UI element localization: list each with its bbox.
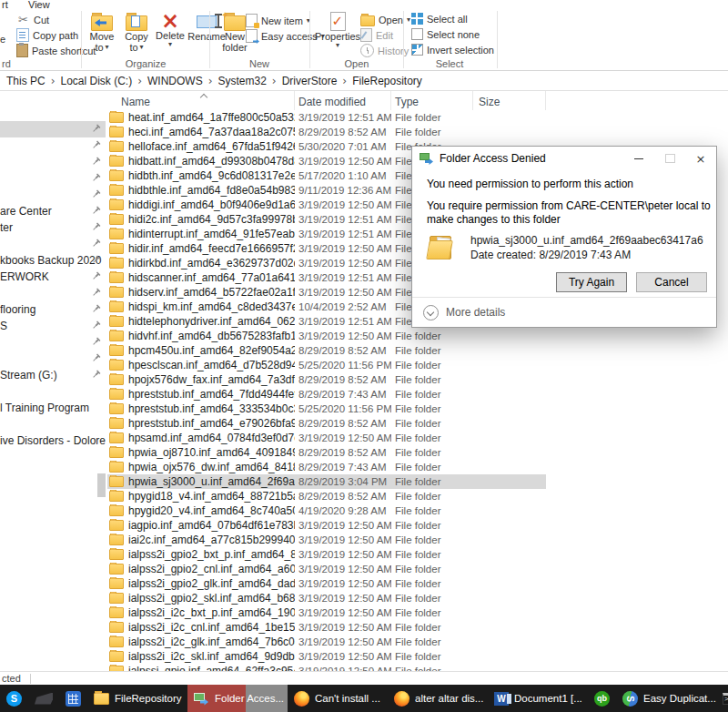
- taskbar-button-quickbooks[interactable]: qb: [588, 685, 616, 712]
- type-cell: File folder: [391, 331, 473, 341]
- cancel-button[interactable]: Cancel: [636, 272, 707, 292]
- sidebar-item[interactable]: [0, 137, 106, 154]
- file-row[interactable]: hpwia_sj3000_u.inf_amd64_2f69aabec634...…: [107, 474, 546, 489]
- file-row[interactable]: hpygid20_v4.inf_amd64_8c740a50eef554d44/…: [107, 503, 546, 518]
- sidebar-item[interactable]: flooring: [0, 301, 106, 318]
- taskbar-button-keyboard-app[interactable]: [59, 685, 87, 712]
- breadcrumb-item[interactable]: Local Disk (C:): [61, 75, 133, 87]
- more-details-expander[interactable]: More details: [412, 297, 716, 327]
- select-none-button[interactable]: Select none: [411, 28, 480, 40]
- date-modified-cell: 8/29/2019 7:43 AM: [295, 389, 391, 400]
- breadcrumb-item[interactable]: WINDOWS: [147, 75, 203, 87]
- invert-selection-button[interactable]: Invert selection: [411, 44, 494, 56]
- file-row[interactable]: hpreststub.inf_amd64_7fdd4944fef9e8d38/2…: [107, 387, 546, 402]
- sidebar-item[interactable]: [0, 187, 106, 203]
- sidebar-item[interactable]: ive Disorders - Dolores Mosq: [0, 432, 106, 449]
- sidebar-item[interactable]: S: [0, 318, 106, 334]
- sidebar-item[interactable]: [0, 416, 106, 432]
- taskbar-button-scanner[interactable]: [28, 685, 59, 712]
- paste-button-fragment[interactable]: e: [0, 34, 5, 45]
- copy-to-button[interactable]: Copy to▾: [120, 12, 153, 53]
- history-button[interactable]: History: [360, 44, 409, 57]
- tab-view[interactable]: View: [28, 0, 50, 10]
- file-name-cell: hidbatt.inf_amd64_d99308b0478d878e: [107, 155, 295, 168]
- file-row[interactable]: hpsamd.inf_amd64_0784fd3ef0d7ec933/19/20…: [107, 431, 546, 445]
- sidebar-item[interactable]: [0, 351, 106, 367]
- taskbar-button-file-op[interactable]: Folder Acces...: [187, 685, 288, 712]
- file-row[interactable]: ialpss2i_i2c_bxt_p.inf_amd64_190858fd8e.…: [107, 605, 546, 620]
- file-row[interactable]: hpygid18_v4.inf_amd64_88721b5aea8cae...8…: [107, 489, 546, 503]
- taskbar-button-firefox[interactable]: alter altar dis...: [388, 685, 488, 712]
- delete-button[interactable]: × Delete ▾: [153, 12, 187, 48]
- sidebar-item[interactable]: [0, 334, 106, 351]
- sidebar-item[interactable]: l Training Program: [0, 400, 106, 416]
- sidebar-item[interactable]: [0, 236, 106, 252]
- sidebar-item[interactable]: [0, 383, 106, 400]
- file-row[interactable]: heci.inf_amd64_7a37daa18a2c07568/29/2019…: [107, 125, 546, 139]
- sidebar-item[interactable]: [0, 285, 106, 301]
- folder-icon: [109, 607, 124, 618]
- edit-label: Edit: [376, 30, 393, 41]
- try-again-button[interactable]: Try Again: [556, 272, 627, 292]
- file-row[interactable]: ialpss2i_gpio2_glk.inf_amd64_dad1e0a2b..…: [107, 576, 546, 591]
- file-row[interactable]: hpesclscan.inf_amd64_d7b528d945fe49d95/2…: [107, 358, 546, 372]
- breadcrumb-item[interactable]: System32: [217, 75, 266, 87]
- new-item-button[interactable]: New item ▾: [246, 14, 310, 27]
- file-row[interactable]: hidvhf.inf_amd64_db5675283fafb1513/19/20…: [107, 329, 546, 343]
- sidebar-scrollbar-thumb[interactable]: [97, 473, 106, 497]
- file-row[interactable]: hpwia_ojx576_dw.inf_amd64_84180deeab...8…: [107, 460, 546, 474]
- paste-shortcut-button[interactable]: Paste shortcut: [16, 44, 96, 57]
- column-header-size[interactable]: Size: [473, 91, 546, 110]
- file-row[interactable]: iagpio.inf_amd64_07b64df61e783bfe3/19/20…: [107, 518, 546, 533]
- column-header-type[interactable]: Type: [391, 91, 473, 110]
- file-row[interactable]: iai2c.inf_amd64_a77c815b2999404d3/19/201…: [107, 533, 546, 547]
- sidebar-item[interactable]: [0, 154, 106, 170]
- taskbar-button-word[interactable]: WDocument1 [...: [488, 685, 588, 712]
- sidebar-item[interactable]: [0, 121, 106, 137]
- select-all-button[interactable]: Select all: [411, 13, 468, 25]
- taskbar-button-folder[interactable]: FileRepository: [87, 685, 187, 712]
- taskbar-button-cmd[interactable]: >_Administrato...: [716, 685, 728, 712]
- folder-access-denied-dialog: Folder Access Denied × You need permissi…: [411, 146, 717, 328]
- edit-button[interactable]: Edit: [360, 28, 393, 42]
- file-row[interactable]: hpreststub.inf_amd64_e79026bfa912bffc8/2…: [107, 416, 546, 431]
- column-header-date[interactable]: Date modified: [295, 91, 391, 110]
- taskbar-button-firefox[interactable]: Can't install ...: [288, 685, 388, 712]
- properties-button[interactable]: ✓ Properties ▾: [317, 12, 359, 49]
- column-header-name[interactable]: Name: [107, 91, 295, 110]
- file-row[interactable]: heat.inf_amd64_1a7ffe800c50a5323/19/2019…: [107, 110, 546, 125]
- minimize-button[interactable]: [623, 147, 654, 170]
- open-label: Open: [379, 15, 403, 25]
- file-row[interactable]: ialpss2i_i2c_glk.inf_amd64_7b6c08738ca8.…: [107, 635, 546, 649]
- file-name-cell: ialpss2i_i2c_cnl.inf_amd64_1be151295e49.…: [107, 621, 295, 634]
- file-row[interactable]: hpojx576dw_fax.inf_amd64_7a3dff7b08fc...…: [107, 372, 546, 387]
- copy-path-button[interactable]: Copy path: [16, 28, 78, 42]
- address-bar[interactable]: This PC›Local Disk (C:)›WINDOWS›System32…: [0, 71, 728, 91]
- file-row[interactable]: hpreststub.inf_amd64_333534b0c33dff875/2…: [107, 402, 546, 416]
- file-row[interactable]: ialpss2i_gpio2_cnl.inf_amd64_a60833fda3.…: [107, 562, 546, 576]
- file-row[interactable]: ialpss2i_i2c_cnl.inf_amd64_1be151295e49.…: [107, 620, 546, 635]
- breadcrumb-item[interactable]: FileRepository: [352, 75, 422, 87]
- sidebar-item[interactable]: ERWORK: [0, 269, 106, 285]
- file-row[interactable]: ialpss2i_gpio2_bxt_p.inf_amd64_8be317e..…: [107, 547, 546, 562]
- file-row[interactable]: hpwia_oj8710.inf_amd64_4091849b91d13...8…: [107, 445, 546, 460]
- file-row[interactable]: hpcm450u.inf_amd64_82ef9054a2abdc588/29/…: [107, 343, 546, 358]
- sidebar-item[interactable]: are Center: [0, 203, 106, 219]
- cut-button[interactable]: ✂ Cut: [16, 13, 49, 26]
- sidebar-item[interactable]: ter: [0, 219, 106, 236]
- taskbar-button-skype[interactable]: S: [0, 685, 28, 712]
- sidebar-item[interactable]: kbooks Backup 2020: [0, 252, 106, 269]
- easy-access-button[interactable]: Easy access ▾: [246, 29, 325, 43]
- breadcrumb-item[interactable]: This PC: [6, 75, 46, 87]
- move-to-button[interactable]: Move to▾: [86, 12, 118, 53]
- sidebar-item[interactable]: Stream (G:): [0, 367, 106, 383]
- sidebar-item[interactable]: [0, 170, 106, 187]
- taskbar-button-easy-duplicate[interactable]: SEasy Duplicat...: [616, 685, 716, 712]
- breadcrumb-item[interactable]: DriverStore: [282, 75, 338, 87]
- file-row[interactable]: ialpss2i_i2c_skl.inf_amd64_9d9dbb01837e.…: [107, 649, 546, 664]
- tab-fragment[interactable]: rt: [2, 0, 8, 10]
- folder-icon: [109, 112, 124, 123]
- close-button[interactable]: ×: [685, 147, 716, 170]
- file-name: hidscanner.inf_amd64_77a01a641950ec2e: [128, 271, 295, 284]
- file-row[interactable]: ialpss2i_gpio2_skl.inf_amd64_b68199ad84.…: [107, 591, 546, 605]
